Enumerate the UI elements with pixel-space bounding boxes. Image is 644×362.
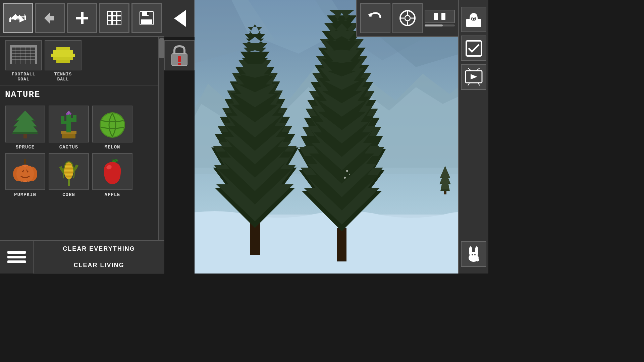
apple-image — [92, 153, 132, 190]
checkbox-button[interactable] — [461, 36, 486, 61]
svg-rect-63 — [64, 168, 73, 169]
svg-rect-51 — [24, 159, 26, 164]
svg-rect-20 — [35, 45, 37, 64]
svg-rect-14 — [117, 21, 121, 25]
svg-rect-19 — [10, 45, 12, 64]
svg-point-148 — [470, 252, 477, 258]
game-canvas — [195, 0, 458, 274]
pumpkin-item[interactable]: PUMPKIN — [5, 153, 45, 197]
items-top: FOOTBALLGOAL TENNISBALL — [0, 37, 164, 85]
tennis-ball-image — [45, 40, 82, 70]
svg-rect-34 — [53, 57, 73, 60]
svg-point-149 — [472, 254, 473, 255]
corn-item[interactable]: CORN — [49, 153, 89, 197]
svg-rect-67 — [65, 176, 72, 177]
apple-item[interactable]: APPLE — [92, 153, 132, 197]
svg-point-124 — [344, 177, 346, 179]
svg-point-150 — [474, 254, 476, 255]
svg-rect-17 — [141, 19, 152, 24]
tennis-ball-label: TENNISBALL — [54, 72, 72, 82]
top-right-toolbar — [356, 0, 458, 37]
svg-text:⇔: ⇔ — [14, 11, 21, 24]
svg-rect-5 — [76, 17, 88, 19]
camera-button[interactable] — [461, 7, 486, 32]
svg-rect-74 — [178, 63, 181, 65]
svg-rect-61 — [65, 164, 72, 165]
menu-line-3 — [7, 260, 26, 263]
svg-point-47 — [66, 113, 68, 115]
svg-rect-12 — [108, 21, 112, 25]
melon-item[interactable]: MELON — [92, 106, 132, 150]
corn-label: CORN — [62, 192, 75, 197]
grid-button[interactable] — [99, 3, 129, 33]
football-goal-image — [5, 40, 42, 70]
svg-rect-11 — [117, 16, 121, 20]
back-button[interactable] — [164, 0, 195, 37]
pumpkin-image — [5, 153, 45, 190]
spruce-label: SPRUCE — [16, 144, 35, 150]
svg-rect-45 — [73, 115, 76, 119]
corn-image — [49, 153, 89, 190]
svg-rect-7 — [112, 11, 116, 15]
svg-rect-18 — [147, 12, 149, 15]
svg-rect-31 — [56, 47, 70, 50]
rabbit-button[interactable] — [461, 241, 486, 267]
svg-rect-65 — [64, 172, 73, 173]
cactus-image — [49, 106, 89, 142]
scrollbar[interactable] — [158, 37, 164, 240]
clear-living-button[interactable]: CLEAR LIVING — [34, 257, 164, 274]
nature-items-grid: SPRUCE — [0, 102, 164, 201]
spruce-image — [5, 106, 45, 142]
svg-point-151 — [476, 258, 479, 261]
svg-rect-35 — [56, 60, 70, 63]
nature-section-label: NATURE — [0, 85, 164, 102]
pause-button[interactable] — [425, 10, 455, 23]
svg-rect-43 — [61, 116, 64, 121]
toolbar: ⇔ — [0, 0, 164, 37]
melon-image — [92, 106, 132, 142]
video-button[interactable] — [461, 64, 486, 90]
football-goal-item[interactable]: FOOTBALLGOAL — [5, 40, 42, 82]
svg-rect-9 — [108, 16, 112, 20]
melon-label: MELON — [104, 144, 120, 150]
svg-rect-13 — [112, 21, 116, 25]
svg-rect-41 — [66, 114, 71, 132]
save-button[interactable] — [131, 3, 162, 33]
svg-point-48 — [69, 113, 71, 115]
svg-rect-66 — [65, 174, 73, 175]
winter-background — [195, 0, 458, 274]
cactus-label: CACTUS — [59, 144, 78, 150]
add-button[interactable] — [67, 3, 97, 33]
svg-rect-64 — [64, 170, 73, 171]
svg-rect-103 — [337, 228, 346, 261]
svg-rect-62 — [65, 166, 73, 167]
football-goal-label: FOOTBALLGOAL — [12, 72, 35, 82]
svg-marker-71 — [174, 10, 186, 27]
undo-button[interactable] — [360, 3, 390, 33]
alert-button[interactable] — [164, 40, 195, 70]
svg-rect-32 — [53, 50, 73, 54]
menu-line-2 — [7, 256, 26, 258]
settings-button[interactable] — [392, 3, 423, 33]
apple-label: APPLE — [104, 192, 120, 197]
svg-marker-38 — [13, 111, 38, 132]
pumpkin-label: PUMPKIN — [14, 192, 36, 197]
spruce-item[interactable]: SPRUCE — [5, 106, 45, 150]
menu-line-1 — [7, 251, 26, 254]
tennis-ball-item[interactable]: TENNISBALL — [45, 40, 82, 82]
svg-rect-21 — [10, 45, 37, 47]
menu-button[interactable] — [0, 241, 34, 274]
clear-buttons: CLEAR EVERYTHING CLEAR LIVING — [34, 241, 164, 274]
svg-rect-33 — [51, 54, 75, 57]
cactus-item[interactable]: CACTUS — [49, 106, 89, 150]
svg-marker-142 — [471, 74, 477, 79]
swap-button[interactable]: ⇔ — [3, 3, 33, 33]
arrow-button[interactable] — [35, 3, 65, 33]
svg-marker-3 — [44, 12, 54, 24]
svg-rect-10 — [112, 16, 116, 20]
svg-point-123 — [349, 174, 350, 175]
svg-rect-73 — [178, 56, 181, 62]
svg-rect-8 — [117, 11, 121, 15]
clear-everything-button[interactable]: CLEAR EVERYTHING — [34, 241, 164, 257]
svg-point-127 — [405, 15, 410, 21]
